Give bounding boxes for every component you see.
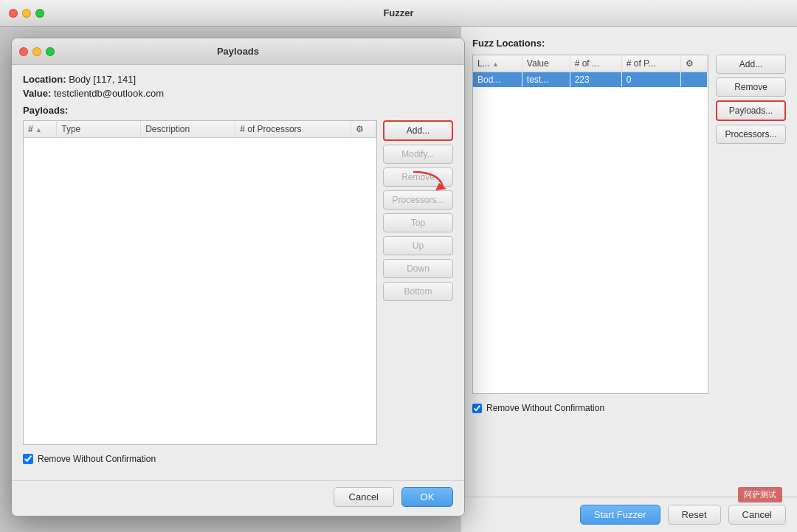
fuzz-col-value: Value <box>522 55 570 72</box>
minimize-button[interactable] <box>22 9 31 18</box>
fuzz-checkbox-row: Remove Without Confirmation <box>472 403 786 413</box>
fuzz-add-button[interactable]: Add... <box>716 55 786 74</box>
dialog-maximize-button[interactable] <box>46 47 55 56</box>
fuzz-col-icon: ⚙ <box>680 55 707 72</box>
settings-icon: ⚙ <box>356 124 364 134</box>
dialog-footer: Cancel OK <box>12 480 464 516</box>
sort-icon-location: ▲ <box>492 61 499 68</box>
fuzz-col-proc: # of P... <box>621 55 680 72</box>
col-header-desc: Description <box>141 121 235 138</box>
cell-num: 223 <box>570 72 621 88</box>
modify-button[interactable]: Modify... <box>383 145 453 164</box>
app-title: Fuzzer <box>383 7 413 18</box>
main-content: Payloads Location: Body [117, 141] Value… <box>0 27 797 532</box>
col-header-proc: # of Processors <box>235 121 351 138</box>
arrow-annotation <box>410 168 450 204</box>
reset-button[interactable]: Reset <box>668 505 721 525</box>
checkbox-row: Remove Without Confirmation <box>23 454 453 471</box>
checkbox-label: Remove Without Confirmation <box>38 454 156 464</box>
cancel-button[interactable]: Cancel <box>334 487 394 507</box>
cell-proc: 0 <box>621 72 680 88</box>
remove-confirmation-checkbox[interactable] <box>23 454 33 464</box>
fuzz-settings-icon: ⚙ <box>686 58 694 69</box>
sort-icon-hash: ▲ <box>35 126 42 134</box>
arrow-svg <box>410 168 450 201</box>
traffic-lights <box>9 9 44 18</box>
payloads-label: Payloads: <box>23 105 453 116</box>
add-button[interactable]: Add... <box>383 120 453 141</box>
location-label: Location: <box>23 74 66 85</box>
ok-button[interactable]: OK <box>401 487 453 507</box>
fuzz-processors-button[interactable]: Processors... <box>716 125 786 144</box>
app-title-bar: Fuzzer <box>0 0 797 27</box>
payloads-dialog: Payloads Location: Body [117, 141] Value… <box>11 38 465 517</box>
value-label: Value: <box>23 88 51 99</box>
cell-location: Bod... <box>473 72 522 88</box>
value-row: Value: testclientdb@outlook.com <box>23 88 453 99</box>
fuzz-table-body: Bod... test... 223 0 <box>473 72 708 88</box>
start-fuzzer-button[interactable]: Start Fuzzer <box>580 505 660 525</box>
bottom-cancel-button[interactable]: Cancel <box>728 505 786 525</box>
dialog-title-bar: Payloads <box>12 38 464 65</box>
up-button[interactable]: Up <box>383 236 453 255</box>
col-header-type: Type <box>57 121 141 138</box>
fuzz-table-section: L... ▲ Value # of ... # of P... ⚙ B <box>472 55 786 394</box>
location-row: Location: Body [117, 141] <box>23 74 453 85</box>
fuzz-col-num: # of ... <box>570 55 621 72</box>
location-value: Body [117, 141] <box>69 74 136 85</box>
fuzz-buttons: Add... Remove Payloads... Processors... <box>716 55 786 394</box>
bottom-button[interactable]: Bottom <box>383 282 453 301</box>
fuzz-locations-label: Fuzz Locations: <box>472 38 786 49</box>
payloads-table-container: # ▲ Type Description # of Processors ⚙ <box>23 120 377 445</box>
payloads-table: # ▲ Type Description # of Processors ⚙ <box>24 121 376 138</box>
value-value: testclientdb@outlook.com <box>54 88 164 99</box>
dialog-close-button[interactable] <box>19 47 28 56</box>
down-button[interactable]: Down <box>383 259 453 278</box>
fuzz-remove-confirmation-checkbox[interactable] <box>472 404 482 413</box>
payloads-section: # ▲ Type Description # of Processors ⚙ <box>23 120 453 445</box>
watermark: 阿萨测试 <box>738 487 782 502</box>
close-button[interactable] <box>9 9 18 18</box>
col-header-icon: ⚙ <box>351 121 376 138</box>
table-row[interactable]: Bod... test... 223 0 <box>473 72 708 88</box>
cell-value: test... <box>522 72 570 88</box>
fuzz-col-location: L... ▲ <box>473 55 522 72</box>
fuzz-table-container: L... ▲ Value # of ... # of P... ⚙ B <box>472 55 708 394</box>
fuzz-payloads-button[interactable]: Payloads... <box>716 100 786 121</box>
fuzz-table: L... ▲ Value # of ... # of P... ⚙ B <box>473 55 708 87</box>
cell-icon <box>680 72 707 88</box>
dialog-minimize-button[interactable] <box>32 47 41 56</box>
fuzzer-panel: Fuzz Locations: L... ▲ Value # of ... # … <box>461 27 797 532</box>
dialog-body: Location: Body [117, 141] Value: testcli… <box>12 65 464 480</box>
fuzz-checkbox-label: Remove Without Confirmation <box>486 403 604 413</box>
dialog-title: Payloads <box>217 46 259 57</box>
dialog-traffic-lights <box>19 47 55 56</box>
fuzz-remove-button[interactable]: Remove <box>716 77 786 97</box>
top-button[interactable]: Top <box>383 213 453 232</box>
col-header-hash: # ▲ <box>24 121 57 138</box>
maximize-button[interactable] <box>35 9 44 18</box>
